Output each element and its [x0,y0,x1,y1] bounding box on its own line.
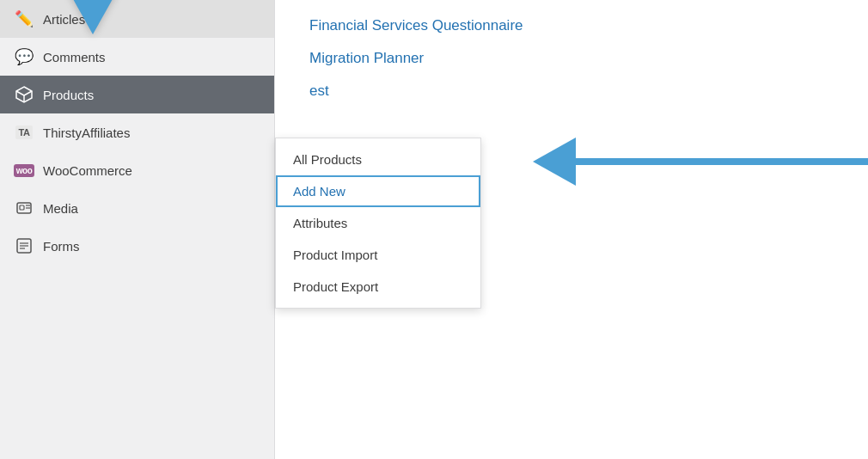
woo-icon: woo [14,160,34,181]
dropdown-product-import[interactable]: Product Import [276,239,480,271]
migration-link[interactable]: Migration Planner [309,50,834,67]
sidebar-item-comments[interactable]: 💬 Comments [0,38,274,76]
sidebar-item-woocommerce[interactable]: woo WooCommerce [0,151,274,189]
sidebar-label-products: Products [43,88,94,102]
comment-icon: 💬 [14,46,34,67]
sidebar-label-woo: WooCommerce [43,163,132,178]
sidebar-item-products[interactable]: Products [0,76,274,113]
dropdown-all-products[interactable]: All Products [276,144,480,175]
sidebar-label-forms: Forms [43,239,80,254]
media-icon [14,198,34,218]
sidebar-item-thirstyaffiliates[interactable]: TA ThirstyAffiliates [0,113,274,151]
sidebar-item-media[interactable]: Media [0,189,274,227]
sidebar-label-comments: Comments [43,50,106,64]
dropdown-attributes[interactable]: Attributes [276,207,480,239]
sidebar-item-articles[interactable]: ✏️ Articles [0,0,274,38]
box-icon [14,84,34,105]
financial-link[interactable]: Financial Services Questionnaire [309,17,834,34]
dropdown-add-new[interactable]: Add New [276,175,480,207]
dropdown-product-export[interactable]: Product Export [276,271,480,303]
products-dropdown: All Products Add New Attributes Product … [275,138,481,309]
partial-link-text: est [309,83,329,99]
sidebar-label-media: Media [43,201,78,216]
pencil-icon: ✏️ [14,9,34,29]
sidebar: ✏️ Articles 💬 Comments Products TA Thirs… [0,0,275,459]
svg-rect-5 [20,205,24,210]
forms-icon [14,236,34,256]
arrow-right-line [576,158,868,165]
arrow-right-head [533,138,576,186]
sidebar-item-forms[interactable]: Forms [0,227,274,265]
svg-line-1 [16,91,24,95]
ta-icon: TA [14,122,34,143]
svg-line-2 [24,91,32,95]
arrow-down-annotation [69,0,117,34]
arrow-right-annotation [533,138,868,186]
sidebar-label-ta: ThirstyAffiliates [43,125,130,140]
